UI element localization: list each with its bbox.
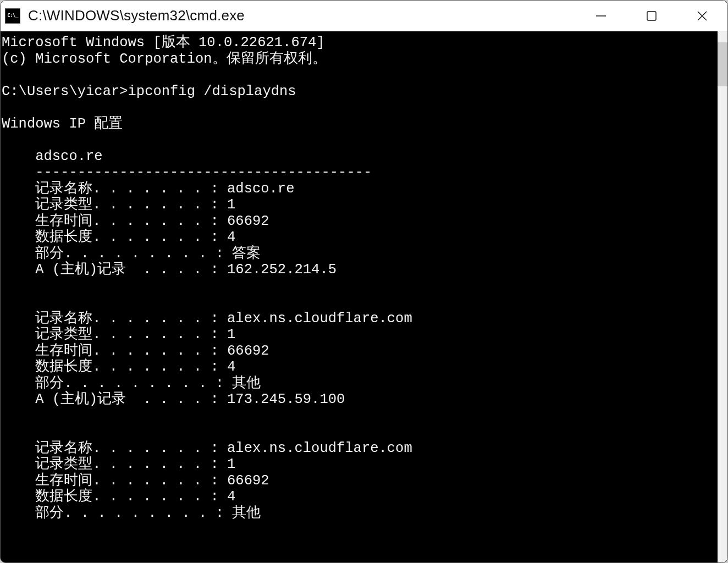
titlebar[interactable]: C:\WINDOWS\system32\cmd.exe [1, 1, 727, 31]
close-button[interactable] [677, 1, 727, 31]
maximize-icon [644, 9, 659, 23]
terminal-output[interactable]: Microsoft Windows [版本 10.0.22621.674] (c… [1, 31, 718, 562]
minimize-icon [593, 8, 609, 24]
window-title: C:\WINDOWS\system32\cmd.exe [28, 7, 576, 24]
maximize-button[interactable] [626, 1, 677, 31]
svg-rect-1 [647, 12, 656, 20]
minimize-button[interactable] [576, 1, 626, 31]
window-controls [576, 1, 727, 31]
cmd-icon [5, 8, 20, 24]
scrollbar-thumb[interactable] [718, 42, 727, 86]
cmd-window: C:\WINDOWS\system32\cmd.exe Microsoft Wi… [0, 0, 728, 563]
scrollbar[interactable] [718, 31, 727, 562]
close-icon [694, 8, 710, 24]
terminal-area: Microsoft Windows [版本 10.0.22621.674] (c… [1, 31, 727, 562]
